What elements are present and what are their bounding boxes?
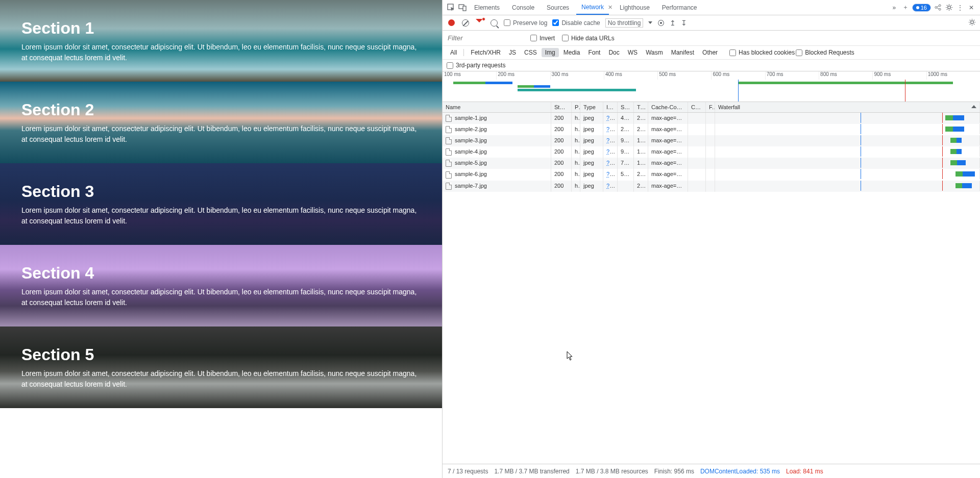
col-type[interactable]: Type — [580, 102, 603, 112]
svg-point-7 — [971, 20, 974, 23]
file-icon — [446, 171, 452, 179]
table-row[interactable]: sample-7.jpg200h..jpeg?t...21...max-age=… — [443, 181, 980, 192]
filter-other[interactable]: Other — [699, 48, 721, 57]
section-title: Section 4 — [21, 264, 421, 283]
tick: 100 ms — [443, 71, 496, 80]
col-initiator[interactable]: Ini... — [603, 102, 618, 112]
section-3: Section 3 Lorem ipsum dolor sit amet, co… — [0, 163, 442, 245]
col-time[interactable]: Ti... — [634, 102, 648, 112]
close-tab-icon[interactable]: ✕ — [608, 4, 612, 11]
clear-button[interactable] — [461, 18, 470, 28]
svg-rect-2 — [463, 6, 466, 11]
status-transferred: 1.7 MB / 3.7 MB transferred — [494, 468, 569, 475]
initiator-link[interactable]: ?t... — [606, 160, 616, 166]
overview-bars — [443, 82, 980, 97]
close-devtools-icon[interactable]: ✕ — [967, 3, 976, 12]
preserve-log-checkbox[interactable]: Preserve log — [504, 19, 547, 27]
section-4: Section 4 Lorem ipsum dolor sit amet, co… — [0, 245, 442, 326]
invert-checkbox[interactable]: Invert — [530, 35, 555, 42]
table-header[interactable]: Name Status P Type Ini... Size Ti... Cac… — [443, 102, 980, 113]
kebab-icon[interactable]: ⋮ — [955, 3, 965, 12]
hide-data-urls-checkbox[interactable]: Hide data URLs — [562, 35, 615, 42]
filter-css[interactable]: CSS — [521, 48, 541, 57]
filter-toggle-button[interactable] — [475, 18, 484, 28]
filter-font[interactable]: Font — [584, 48, 604, 57]
filter-manifest[interactable]: Manifest — [668, 48, 698, 57]
tab-lighthouse[interactable]: Lighthouse — [615, 1, 655, 14]
initiator-link[interactable]: ?t... — [606, 126, 616, 132]
tab-performance[interactable]: Performance — [657, 1, 702, 14]
file-icon — [446, 183, 452, 190]
overview-ticks: 100 ms 200 ms 300 ms 400 ms 500 ms 600 m… — [443, 71, 980, 80]
table-row[interactable]: sample-1.jpg200h..jpeg?t...40...24...max… — [443, 113, 980, 124]
filter-img[interactable]: Img — [542, 48, 559, 57]
timeline-overview[interactable]: 100 ms 200 ms 300 ms 400 ms 500 ms 600 m… — [443, 71, 980, 102]
record-button[interactable] — [447, 18, 456, 28]
inspect-icon[interactable] — [447, 3, 456, 12]
more-tabs-icon[interactable]: » — [890, 3, 899, 12]
col-waterfall[interactable]: Waterfall — [715, 102, 980, 112]
tab-console[interactable]: Console — [507, 1, 540, 14]
devtools-tab-strip: Elements Console Sources Network ✕ Light… — [443, 0, 980, 15]
filter-media[interactable]: Media — [560, 48, 584, 57]
initiator-link[interactable]: ?t... — [606, 171, 616, 177]
third-party-checkbox[interactable]: 3rd-party requests — [447, 62, 505, 69]
third-party-label: 3rd-party requests — [456, 62, 505, 69]
throttling-caret-icon[interactable] — [648, 21, 652, 24]
share-icon[interactable] — [933, 3, 942, 12]
section-title: Section 1 — [21, 19, 421, 38]
tick: 900 ms — [872, 71, 926, 80]
initiator-link[interactable]: ?t... — [606, 115, 616, 121]
tab-sources[interactable]: Sources — [542, 1, 574, 14]
section-body: Lorem ipsum dolor sit amet, consectetur … — [21, 368, 420, 389]
section-body: Lorem ipsum dolor sit amet, consectetur … — [21, 123, 420, 144]
tab-elements[interactable]: Elements — [469, 1, 505, 14]
initiator-link[interactable]: ?t... — [606, 137, 616, 143]
import-har-icon[interactable]: ↥ — [670, 19, 676, 27]
filter-separator — [463, 49, 464, 56]
filter-input[interactable] — [447, 33, 523, 43]
request-table: Name Status P Type Ini... Size Ti... Cac… — [443, 102, 980, 464]
add-tab-icon[interactable]: ＋ — [901, 3, 910, 12]
initiator-link[interactable]: ?t... — [606, 183, 616, 189]
svg-point-3 — [935, 7, 937, 9]
blocked-cookies-checkbox[interactable]: Has blocked cookies — [729, 49, 795, 56]
disable-cache-checkbox[interactable]: Disable cache — [552, 19, 600, 27]
initiator-link[interactable]: ?t... — [606, 148, 616, 155]
tab-network[interactable]: Network — [576, 1, 609, 15]
search-button[interactable] — [489, 18, 499, 28]
blocked-requests-checkbox[interactable]: Blocked Requests — [796, 49, 854, 56]
tick: 200 ms — [496, 71, 550, 80]
col-name[interactable]: Name — [443, 102, 551, 112]
filter-all[interactable]: All — [447, 48, 460, 57]
status-dcl: DOMContentLoaded: 535 ms — [700, 468, 780, 475]
col-size[interactable]: Size — [618, 102, 634, 112]
table-row[interactable]: sample-3.jpg200h..jpeg?t...90...16...max… — [443, 135, 980, 146]
col-content[interactable]: Cont... — [688, 102, 706, 112]
settings-icon[interactable] — [944, 3, 953, 12]
col-status[interactable]: Status — [551, 102, 572, 112]
filter-ws[interactable]: WS — [624, 48, 641, 57]
table-row[interactable]: sample-5.jpg200h..jpeg?t...76...19...max… — [443, 158, 980, 169]
filter-js[interactable]: JS — [505, 48, 520, 57]
network-conditions-icon[interactable]: ⦿ — [657, 19, 665, 27]
table-row[interactable]: sample-4.jpg200h..jpeg?t...97...16...max… — [443, 146, 980, 158]
tick: 300 ms — [550, 71, 604, 80]
throttling-select[interactable]: No throttling — [605, 18, 644, 28]
col-protocol[interactable]: P — [572, 102, 580, 112]
export-har-icon[interactable]: ↧ — [681, 19, 687, 27]
network-settings-icon[interactable] — [968, 18, 976, 28]
blocked-cookies-label: Has blocked cookies — [739, 49, 795, 56]
device-toggle-icon[interactable] — [458, 3, 467, 12]
table-row[interactable]: sample-2.jpg200h..jpeg?t...21...24...max… — [443, 124, 980, 135]
filter-wasm[interactable]: Wasm — [642, 48, 667, 57]
col-cache[interactable]: Cache-Control — [648, 102, 688, 112]
filter-doc[interactable]: Doc — [605, 48, 623, 57]
issues-badge[interactable]: 16 — [912, 4, 931, 12]
filter-fetch[interactable]: Fetch/XHR — [467, 48, 504, 57]
status-finish: Finish: 956 ms — [654, 468, 694, 475]
svg-point-4 — [939, 5, 941, 7]
col-f[interactable]: F. — [706, 102, 715, 112]
page-viewport[interactable]: Section 1 Lorem ipsum dolor sit amet, co… — [0, 0, 442, 478]
table-row[interactable]: sample-6.jpg200h..jpeg?t...59...28...max… — [443, 169, 980, 180]
